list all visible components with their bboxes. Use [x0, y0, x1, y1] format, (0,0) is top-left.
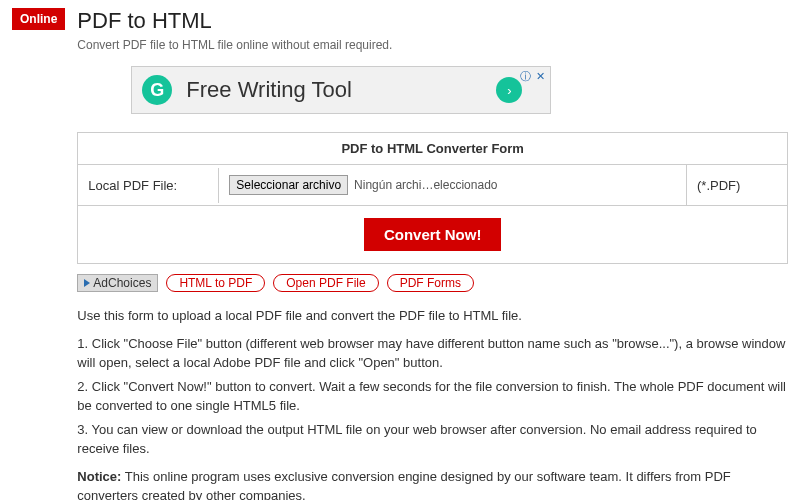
ad-banner[interactable]: G Free Writing Tool › ⓘ ✕ — [131, 66, 551, 114]
file-extension-label: (*.PDF) — [687, 168, 787, 203]
link-pdf-forms[interactable]: PDF Forms — [387, 274, 474, 292]
notice-text: Notice: This online program uses exclusi… — [77, 467, 788, 501]
online-badge: Online — [12, 8, 65, 30]
ad-close-icon[interactable]: ⓘ ✕ — [520, 69, 546, 84]
ad-text: Free Writing Tool — [186, 77, 351, 103]
intro-text: Use this form to upload a local PDF file… — [77, 306, 788, 326]
ad-logo-icon: G — [142, 75, 172, 105]
link-open-pdf-file[interactable]: Open PDF File — [273, 274, 378, 292]
page-subtitle: Convert PDF file to HTML file online wit… — [77, 38, 788, 52]
play-icon — [84, 279, 90, 287]
ad-arrow-icon[interactable]: › — [496, 77, 522, 103]
choose-file-button[interactable]: Seleccionar archivo — [229, 175, 348, 195]
instruction-2: 2. Click "Convert Now!" button to conver… — [77, 377, 788, 416]
instruction-3: 3. You can view or download the output H… — [77, 420, 788, 459]
adchoices-badge[interactable]: AdChoices — [77, 274, 158, 292]
page-title: PDF to HTML — [77, 8, 788, 34]
convert-button[interactable]: Convert Now! — [364, 218, 502, 251]
instruction-1: 1. Click "Choose File" button (different… — [77, 334, 788, 373]
converter-form: PDF to HTML Converter Form Local PDF Fil… — [77, 132, 788, 264]
file-label: Local PDF File: — [78, 168, 219, 203]
form-header: PDF to HTML Converter Form — [78, 133, 787, 165]
file-status-text: Ningún archi…eleccionado — [354, 178, 497, 192]
link-html-to-pdf[interactable]: HTML to PDF — [166, 274, 265, 292]
